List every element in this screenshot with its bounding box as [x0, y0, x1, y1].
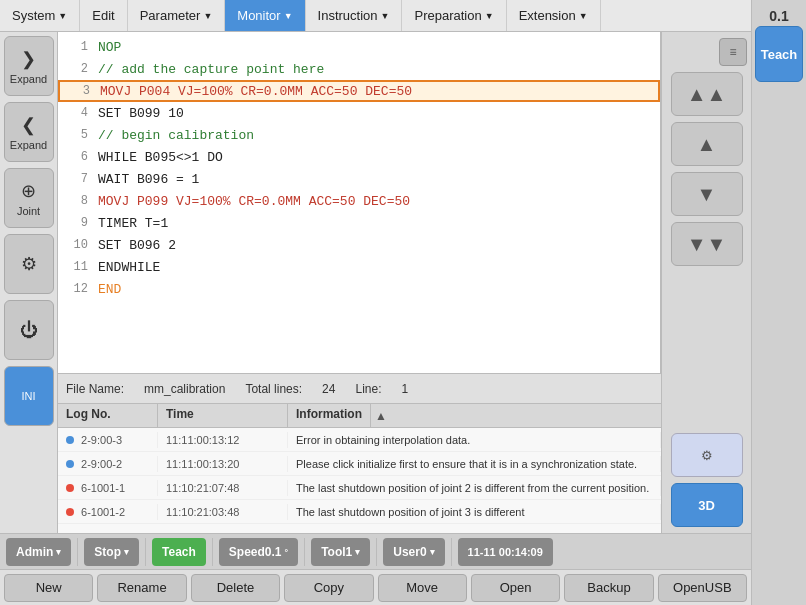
menu-extension[interactable]: Extension ▼	[507, 0, 601, 31]
delete-button[interactable]: Delete	[191, 574, 280, 602]
up-icon: ▲	[697, 133, 717, 156]
right-nav-panel: ≡ ▲▲ ▲ ▼ ▼▼ ⚙ 3D	[661, 32, 751, 533]
log-info-3: The last shutdown position of joint 2 is…	[288, 480, 661, 496]
log-area: Log No. Time Information ▲ 2-9:00-3 11:1…	[58, 403, 661, 533]
ini-button[interactable]: INI	[4, 366, 54, 426]
teach-main-button[interactable]: Teach	[755, 26, 803, 82]
scroll-top-button[interactable]: ≡	[719, 38, 747, 66]
code-line-10[interactable]: 10 SET B096 2	[58, 234, 660, 256]
log-no-4: 6-1001-2	[58, 504, 158, 520]
code-line-6[interactable]: 6 WHILE B095<>1 DO	[58, 146, 660, 168]
user-status[interactable]: User0 ▾	[383, 538, 444, 566]
sep-6	[451, 538, 452, 566]
sep-4	[304, 538, 305, 566]
menu-edit[interactable]: Edit	[80, 0, 127, 31]
menu-monitor[interactable]: Monitor ▼	[225, 0, 305, 31]
total-value: 24	[322, 382, 335, 396]
code-line-5[interactable]: 5 // begin calibration	[58, 124, 660, 146]
power-button[interactable]: ⏻	[4, 300, 54, 360]
open-button[interactable]: Open	[471, 574, 560, 602]
code-line-4[interactable]: 4 SET B099 10	[58, 102, 660, 124]
new-button[interactable]: New	[4, 574, 93, 602]
log-time-1: 11:11:00:13:12	[158, 432, 288, 448]
3d-view-button[interactable]: 3D	[671, 483, 743, 527]
sep-2	[145, 538, 146, 566]
menu-preparation[interactable]: Preparation ▼	[402, 0, 506, 31]
monitor-arrow: ▼	[284, 11, 293, 21]
power-icon: ⏻	[20, 320, 38, 341]
sep-1	[77, 538, 78, 566]
down-down-icon: ▼▼	[687, 233, 727, 256]
coord-icon: ⚙	[21, 253, 37, 275]
stop-status[interactable]: Stop ▾	[84, 538, 139, 566]
backup-button[interactable]: Backup	[564, 574, 653, 602]
log-info-4: The last shutdown position of joint 3 is…	[288, 504, 661, 520]
log-row-4[interactable]: 6-1001-2 11:10:21:03:48 The last shutdow…	[58, 500, 661, 524]
log-row-2[interactable]: 2-9:00-2 11:11:00:13:20 Please click ini…	[58, 452, 661, 476]
log-col-time[interactable]: Time	[158, 404, 288, 427]
nav-down-down-button[interactable]: ▼▼	[671, 222, 743, 266]
log-body[interactable]: 2-9:00-3 11:11:00:13:12 Error in obtaini…	[58, 428, 661, 533]
total-label: Total lines:	[245, 382, 302, 396]
code-line-7[interactable]: 7 WAIT B096 = 1	[58, 168, 660, 190]
log-no-2: 2-9:00-2	[58, 456, 158, 472]
admin-status[interactable]: Admin ▾	[6, 538, 71, 566]
log-dot-3	[66, 484, 74, 492]
log-col-info: Information	[288, 404, 371, 427]
nav-up-up-button[interactable]: ▲▲	[671, 72, 743, 116]
admin-arrow: ▾	[56, 547, 61, 557]
left-sidebar: ❯ Expand ❮ Expand ⊕ Joint ⚙ ⏻	[0, 32, 58, 533]
3d-icon: 3D	[698, 498, 715, 513]
copy-button[interactable]: Copy	[284, 574, 373, 602]
code-line-12[interactable]: 12 END	[58, 278, 660, 300]
expand-right-button[interactable]: ❯ Expand	[4, 36, 54, 96]
expand-right-icon: ❯	[21, 48, 36, 70]
code-line-8[interactable]: 8 MOVJ P099 VJ=100% CR=0.0MM ACC=50 DEC=…	[58, 190, 660, 212]
log-header: Log No. Time Information ▲	[58, 404, 661, 428]
menu-parameter[interactable]: Parameter ▼	[128, 0, 226, 31]
bottom-status-bar: Admin ▾ Stop ▾ Teach Speed0.1 ° Tool1 ▾	[0, 533, 751, 569]
tool-status[interactable]: Tool1 ▾	[311, 538, 370, 566]
move-button[interactable]: Move	[378, 574, 467, 602]
openusb-button[interactable]: OpenUSB	[658, 574, 747, 602]
log-row-1[interactable]: 2-9:00-3 11:11:00:13:12 Error in obtaini…	[58, 428, 661, 452]
log-dot-1	[66, 436, 74, 444]
log-row-3[interactable]: 6-1001-1 11:10:21:07:48 The last shutdow…	[58, 476, 661, 500]
sep-3	[212, 538, 213, 566]
nav-down-button[interactable]: ▼	[671, 172, 743, 216]
code-editor[interactable]: 1 NOP 2 // add the capture point here 3 …	[58, 32, 661, 373]
code-line-9[interactable]: 9 TIMER T=1	[58, 212, 660, 234]
log-sort-icon[interactable]: ▲	[371, 404, 391, 427]
expand-left-button[interactable]: ❮ Expand	[4, 102, 54, 162]
datetime-status[interactable]: 11-11 00:14:09	[458, 538, 553, 566]
menu-instruction[interactable]: Instruction ▼	[306, 0, 403, 31]
tool-arrow: ▾	[355, 547, 360, 557]
coord-button[interactable]: ⚙	[4, 234, 54, 294]
log-time-3: 11:10:21:07:48	[158, 480, 288, 496]
nav-up-button[interactable]: ▲	[671, 122, 743, 166]
down-icon: ▼	[697, 183, 717, 206]
log-time-2: 11:11:00:13:20	[158, 456, 288, 472]
code-line-11[interactable]: 11 ENDWHILE	[58, 256, 660, 278]
expand-left-icon: ❮	[21, 114, 36, 136]
teach-value: 0.1	[769, 8, 788, 24]
user-arrow: ▾	[430, 547, 435, 557]
code-line-3[interactable]: 3 MOVJ P004 VJ=100% CR=0.0MM ACC=50 DEC=…	[58, 80, 660, 102]
log-info-1: Error in obtaining interpolation data.	[288, 432, 661, 448]
menu-system[interactable]: System ▼	[0, 0, 80, 31]
log-dot-4	[66, 508, 74, 516]
log-dot-2	[66, 460, 74, 468]
teach-status[interactable]: Teach	[152, 538, 206, 566]
log-col-no[interactable]: Log No.	[58, 404, 158, 427]
code-line-2[interactable]: 2 // add the capture point here	[58, 58, 660, 80]
joint-button[interactable]: ⊕ Joint	[4, 168, 54, 228]
speed-arrow: °	[285, 547, 289, 557]
speed-status[interactable]: Speed0.1 °	[219, 538, 298, 566]
file-label: File Name:	[66, 382, 124, 396]
robot-settings-button[interactable]: ⚙	[671, 433, 743, 477]
rename-button[interactable]: Rename	[97, 574, 186, 602]
instruction-arrow: ▼	[381, 11, 390, 21]
code-line-1[interactable]: 1 NOP	[58, 36, 660, 58]
bottom-actions: New Rename Delete Copy Move Open Backup …	[0, 569, 751, 605]
log-time-4: 11:10:21:03:48	[158, 504, 288, 520]
